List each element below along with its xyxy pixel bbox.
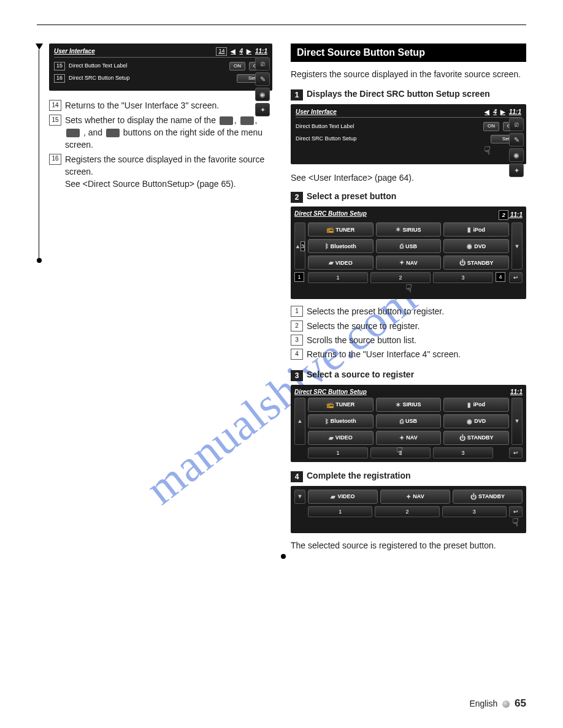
section-heading: Direct Source Button Setup — [291, 44, 526, 62]
side-icon[interactable]: ⎚ — [255, 57, 270, 70]
ui-row-label: Direct SRC Button Setup — [69, 75, 233, 82]
footer-ball-icon — [502, 700, 510, 708]
preset-button-2[interactable]: 2 — [375, 506, 439, 517]
source-button-nav[interactable]: ✦NAV — [376, 256, 442, 270]
pointer-hand-icon: ☟ — [296, 144, 491, 158]
grid-title: Direct SRC Button Setup — [294, 210, 367, 220]
top-rule — [37, 25, 526, 25]
ui-row-label: Direct Button Text Label — [296, 123, 480, 131]
step-title: Select a source to register — [307, 370, 414, 379]
ui-time: 11:1 — [255, 47, 267, 55]
inline-button-icon — [66, 129, 80, 137]
side-icon[interactable]: ⎚ — [509, 118, 524, 131]
continuation-marker-icon — [36, 44, 43, 50]
step-title: Select a preset button — [307, 191, 396, 201]
source-button-sirius[interactable]: ✶SIRIUS — [376, 222, 442, 237]
grid-title: Direct SRC Button Setup — [294, 389, 367, 395]
item-number: 1 — [291, 306, 303, 317]
footer-page-number: 65 — [515, 697, 526, 709]
source-button-nav[interactable]: ✦NAV — [376, 431, 442, 445]
scroll-down-button[interactable]: ▼ — [511, 222, 523, 270]
callout-16: 16 — [54, 74, 65, 83]
scroll-down-button[interactable]: ▼ — [294, 490, 305, 504]
ui-time: 11:1 — [510, 211, 523, 218]
item-text: Returns to the "User Interface 3" screen… — [65, 99, 219, 112]
source-button-standby[interactable]: ⏻STANDBY — [453, 490, 523, 504]
return-button[interactable]: ↩ — [509, 447, 523, 458]
ui-page-num: 4 — [239, 47, 243, 55]
item-number: 3 — [291, 335, 303, 346]
preset-button-3[interactable]: 3 — [442, 506, 507, 517]
source-button-video[interactable]: ▰VIDEO — [308, 256, 373, 270]
side-icon[interactable]: ◉ — [255, 88, 270, 101]
step-number: 3 — [291, 370, 303, 381]
item-number: 14 — [49, 100, 61, 111]
item-number: 4 — [291, 349, 303, 360]
ui-time: 11:1 — [510, 389, 523, 395]
preset-button-1[interactable]: 1 — [308, 506, 372, 517]
return-button[interactable]: ↩ — [509, 506, 523, 517]
ui-screenshot-step4: ▼ ▰VIDEO ✦NAV ⏻STANDBY 1 2 3 ↩ ☟ — [291, 486, 526, 533]
source-button-dvd[interactable]: ◉DVD — [443, 239, 509, 253]
inline-button-icon — [240, 116, 254, 125]
side-icon[interactable]: ◉ — [509, 148, 524, 162]
ui-screenshot-step1: User Interface ◀ 4 ▶ 11:1 Direct Button … — [291, 104, 526, 164]
source-button-ipod[interactable]: ▮iPod — [443, 398, 509, 412]
source-button-usb[interactable]: ⎙USB — [376, 239, 442, 253]
callout-14: 14 — [216, 47, 227, 56]
item-text: Sets whether to display the name of the … — [65, 114, 272, 151]
source-button-video[interactable]: ▰VIDEO — [308, 490, 378, 504]
step-title: Complete the registration — [307, 471, 411, 480]
inline-button-icon — [106, 129, 120, 137]
pointer-hand-icon: ☟ — [294, 516, 519, 529]
ui-title: User Interface — [296, 108, 337, 116]
preset-button-3[interactable]: 3 — [433, 272, 493, 283]
source-button-bluetooth[interactable]: ᛒBluetooth — [308, 414, 373, 428]
timeline-end-icon — [281, 554, 286, 559]
step-number: 1 — [291, 89, 303, 100]
source-button-bluetooth[interactable]: ᛒBluetooth — [308, 239, 373, 253]
source-button-nav[interactable]: ✦NAV — [380, 490, 450, 504]
source-button-ipod[interactable]: ▮iPod — [443, 222, 509, 237]
side-icon[interactable]: ✎ — [255, 72, 270, 86]
step-note: The selected source is registered to the… — [291, 539, 526, 552]
callout-4: 4 — [496, 272, 505, 282]
side-icon[interactable]: ✦ — [255, 103, 270, 116]
source-button-sirius[interactable]: ✶SIRIUS — [376, 398, 442, 412]
item-number: 15 — [49, 115, 61, 126]
scroll-up-button[interactable]: ▲ — [294, 398, 305, 445]
ui-title: User Interface — [54, 47, 95, 55]
inline-button-icon — [220, 116, 233, 125]
side-icon[interactable]: ✦ — [509, 164, 524, 177]
item-number: 16 — [49, 154, 61, 165]
side-icon[interactable]: ✎ — [509, 133, 524, 146]
step-title: Displays the Direct SRC button Setup scr… — [307, 89, 490, 99]
item-number: 2 — [291, 320, 303, 332]
on-button[interactable]: ON — [483, 122, 499, 131]
preset-button-2[interactable]: 2 — [370, 272, 431, 283]
callout-1: 1 — [294, 272, 304, 282]
callout-2: 2 — [499, 210, 508, 220]
preset-button-1[interactable]: 1 — [308, 447, 368, 458]
ui-screenshot-user-interface-4: User Interface 14 ◀ 4 ▶ 11:1 15 Direct B… — [49, 44, 272, 91]
source-button-tuner[interactable]: 📻TUNER — [308, 222, 373, 237]
source-button-video[interactable]: ▰VIDEO — [308, 431, 373, 445]
source-button-tuner[interactable]: 📻TUNER — [308, 398, 373, 412]
item-text: Returns to the "User Interface 4" screen… — [307, 348, 461, 360]
source-button-usb[interactable]: ⎙USB — [376, 414, 442, 428]
preset-button-1[interactable]: 1 — [308, 272, 368, 283]
preset-button-3[interactable]: 3 — [433, 447, 493, 458]
timeline-end-icon — [37, 258, 42, 263]
source-button-dvd[interactable]: ◉DVD — [443, 414, 509, 428]
return-button[interactable]: ↩ — [509, 272, 523, 283]
scroll-down-button[interactable]: ▼ — [511, 398, 523, 445]
ui-row-label: Direct Button Text Label — [69, 63, 226, 70]
source-button-standby[interactable]: ⏻STANDBY — [443, 431, 509, 445]
step-number: 4 — [291, 471, 303, 482]
page-footer: English 65 — [469, 697, 526, 710]
source-button-standby[interactable]: ⏻STANDBY — [443, 256, 509, 270]
ui-time: 11:1 — [509, 108, 521, 116]
step-number: 2 — [291, 192, 303, 203]
scroll-up-button[interactable]: ▲3 — [294, 222, 305, 270]
on-button[interactable]: ON — [229, 62, 245, 70]
